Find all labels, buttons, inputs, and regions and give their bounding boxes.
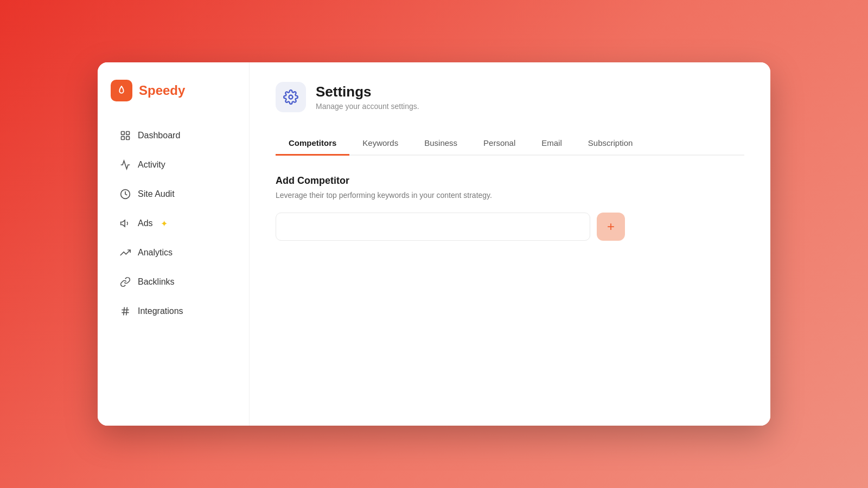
tab-subscription[interactable]: Subscription <box>575 132 646 156</box>
page-title: Settings <box>316 84 419 100</box>
sidebar-item-activity[interactable]: Activity <box>111 152 236 177</box>
sidebar-item-label: Site Audit <box>138 189 175 199</box>
app-window: Speedy Dashboard Activity <box>98 62 770 426</box>
tab-business[interactable]: Business <box>411 132 470 156</box>
svg-marker-5 <box>121 220 125 227</box>
sidebar: Speedy Dashboard Activity <box>98 62 250 426</box>
sidebar-item-label: Integrations <box>138 306 183 316</box>
tab-competitors[interactable]: Competitors <box>276 132 349 156</box>
competitor-input[interactable] <box>276 213 590 241</box>
settings-icon-bg <box>276 82 306 112</box>
tabs-bar: Competitors Keywords Business Personal E… <box>276 132 744 156</box>
sidebar-item-backlinks[interactable]: Backlinks <box>111 269 236 294</box>
page-subtitle: Manage your account settings. <box>316 102 419 111</box>
integrations-icon <box>119 305 131 317</box>
analytics-icon <box>119 247 131 259</box>
site-audit-icon <box>119 188 131 200</box>
add-icon: + <box>607 219 615 234</box>
svg-line-9 <box>126 307 127 316</box>
main-content: Settings Manage your account settings. C… <box>250 62 770 426</box>
ads-icon <box>119 217 131 229</box>
competitors-section: Add Competitor Leverage their top perfor… <box>276 175 744 241</box>
sidebar-item-label: Analytics <box>138 248 173 258</box>
tab-email[interactable]: Email <box>528 132 575 156</box>
section-title: Add Competitor <box>276 175 744 187</box>
sidebar-item-label: Activity <box>138 160 165 170</box>
sidebar-item-site-audit[interactable]: Site Audit <box>111 182 236 207</box>
sidebar-item-label: Dashboard <box>138 131 180 140</box>
ads-star-badge: ✦ <box>161 219 168 229</box>
svg-line-8 <box>124 307 125 316</box>
svg-rect-0 <box>122 132 125 135</box>
sidebar-item-ads[interactable]: Ads ✦ <box>111 211 236 236</box>
sidebar-item-integrations[interactable]: Integrations <box>111 299 236 324</box>
logo-icon <box>111 80 132 101</box>
svg-point-10 <box>289 95 293 99</box>
tab-personal[interactable]: Personal <box>470 132 528 156</box>
sidebar-item-analytics[interactable]: Analytics <box>111 240 236 265</box>
sidebar-item-label: Ads <box>138 219 153 228</box>
dashboard-icon <box>119 130 131 142</box>
backlinks-icon <box>119 276 131 288</box>
sidebar-item-label: Backlinks <box>138 277 175 287</box>
logo-area: Speedy <box>111 80 236 101</box>
section-description: Leverage their top performing keywords i… <box>276 191 744 200</box>
sidebar-item-dashboard[interactable]: Dashboard <box>111 123 236 148</box>
add-competitor-button[interactable]: + <box>597 213 625 241</box>
tab-keywords[interactable]: Keywords <box>349 132 411 156</box>
page-header-text: Settings Manage your account settings. <box>316 84 419 110</box>
svg-rect-1 <box>126 132 130 135</box>
activity-icon <box>119 159 131 171</box>
logo-text: Speedy <box>139 83 185 98</box>
page-header: Settings Manage your account settings. <box>276 82 744 112</box>
competitor-input-row: + <box>276 213 744 241</box>
svg-rect-2 <box>122 137 125 140</box>
svg-rect-3 <box>126 137 130 140</box>
